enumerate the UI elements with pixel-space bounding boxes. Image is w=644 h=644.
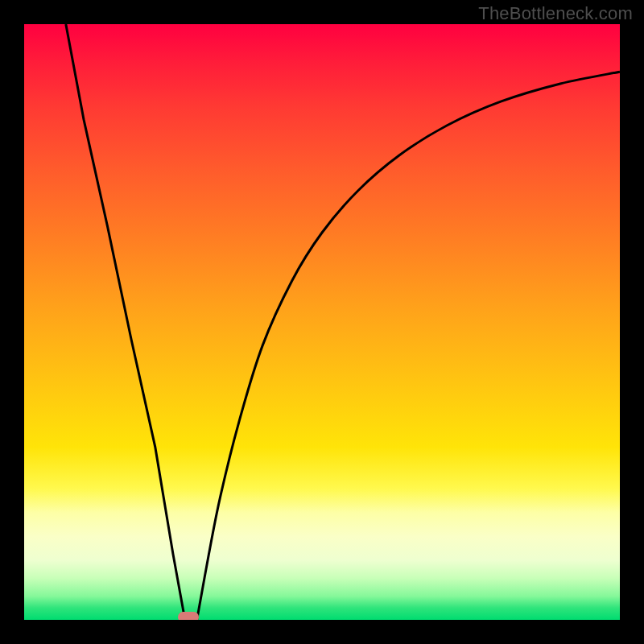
optimal-point-marker: [178, 612, 199, 620]
bottleneck-curve: [24, 24, 620, 620]
curve-right-branch: [197, 72, 620, 620]
curve-left-branch: [66, 24, 185, 620]
watermark-text: TheBottleneck.com: [478, 3, 633, 24]
chart-frame: TheBottleneck.com: [0, 0, 644, 644]
plot-area: [24, 24, 620, 620]
